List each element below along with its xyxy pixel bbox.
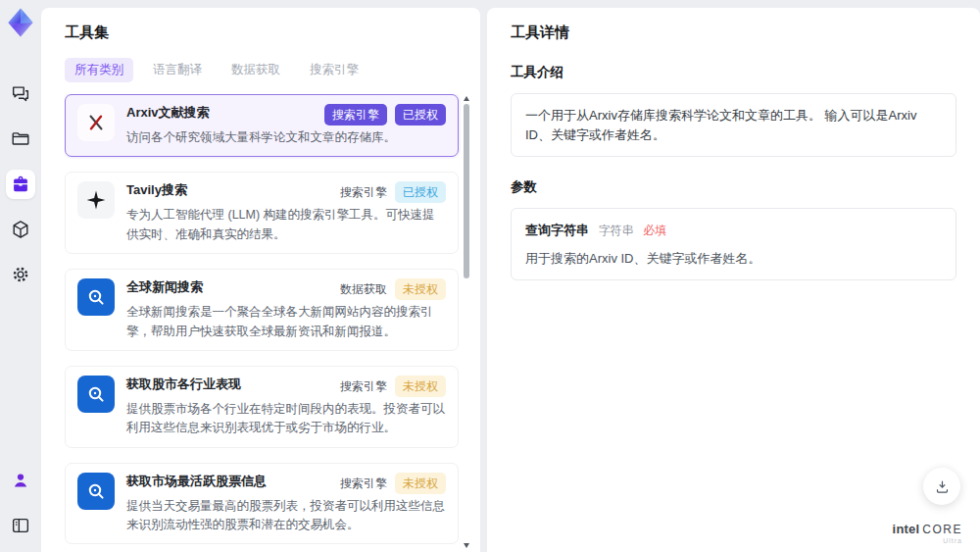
- tool-card-tavily[interactable]: Tavily搜索 搜索引擎 已授权 专为人工智能代理 (LLM) 构建的搜索引擎…: [65, 172, 459, 254]
- cube-icon: [10, 219, 31, 240]
- param-name: 查询字符串: [525, 223, 589, 237]
- nav-panel-toggle-button[interactable]: [6, 511, 35, 540]
- blue-search-icon: [77, 473, 115, 510]
- card-body: 获取市场最活跃股票信息 搜索引擎 未授权 提供当天交易量最高的股票列表，投资者可…: [126, 473, 446, 535]
- intro-box: 一个用于从Arxiv存储库搜索科学论文和文章的工具。 输入可以是Arxiv ID…: [511, 93, 956, 157]
- tool-card-stock-industry[interactable]: 获取股市各行业表现 搜索引擎 未授权 提供股票市场各个行业在特定时间段内的表现。…: [65, 366, 459, 448]
- tool-description: 提供股票市场各个行业在特定时间段内的表现。投资者可以利用这些信息来识别表现优于或…: [126, 400, 446, 438]
- intro-text: 一个用于从Arxiv存储库搜索科学论文和文章的工具。 输入可以是Arxiv ID…: [525, 108, 916, 142]
- status-badge: 未授权: [395, 278, 446, 300]
- category-label: 数据获取: [340, 278, 387, 300]
- tool-description: 提供当天交易量最高的股票列表，投资者可以利用这些信息来识别流动性强的股票和潜在的…: [126, 497, 446, 535]
- tool-detail-panel: 工具详情 工具介绍 一个用于从Arxiv存储库搜索科学论文和文章的工具。 输入可…: [487, 8, 980, 552]
- panel-layout-icon: [10, 515, 31, 536]
- param-header: 查询字符串 字符串 必填: [525, 221, 942, 240]
- tool-card-active-stocks[interactable]: 获取市场最活跃股票信息 搜索引擎 未授权 提供当天交易量最高的股票列表，投资者可…: [65, 463, 459, 545]
- scrollbar: [463, 94, 470, 552]
- tool-card-arxiv[interactable]: Arxiv文献搜索 搜索引擎 已授权 访问各个研究领域大量科学论文和文章的存储库…: [65, 94, 459, 157]
- folder-icon: [10, 128, 31, 150]
- app-logo: [3, 5, 38, 40]
- param-box: 查询字符串 字符串 必填 用于搜索的Arxiv ID、关键字或作者姓名。: [511, 208, 956, 280]
- tab-data-acquisition[interactable]: 数据获取: [221, 58, 290, 82]
- toolbox-icon: [10, 174, 31, 195]
- card-body: 全球新闻搜索 数据获取 未授权 全球新闻搜索是一个聚合全球各大新闻网站内容的搜索…: [126, 278, 446, 341]
- param-required-badge: 必填: [643, 224, 666, 237]
- card-body: Arxiv文献搜索 搜索引擎 已授权 访问各个研究领域大量科学论文和文章的存储库…: [126, 104, 446, 147]
- badges: 搜索引擎 未授权: [332, 473, 446, 494]
- tab-all-categories[interactable]: 所有类别: [65, 58, 133, 82]
- tool-name: Arxiv文献搜索: [126, 104, 210, 123]
- content-area: 工具集 所有类别 语言翻译 数据获取 搜索引擎 Arxiv文献搜索: [41, 0, 980, 552]
- category-label: 搜索引擎: [340, 181, 387, 203]
- status-badge: 未授权: [395, 473, 446, 494]
- badges: 搜索引擎 已授权: [332, 181, 446, 203]
- card-head: Tavily搜索 搜索引擎 已授权: [126, 181, 446, 203]
- brand-intel: intel: [893, 522, 920, 536]
- category-label: 搜索引擎: [340, 473, 387, 494]
- card-head: 获取股市各行业表现 搜索引擎 未授权: [126, 376, 446, 397]
- download-icon: [934, 478, 951, 495]
- card-body: Tavily搜索 搜索引擎 已授权 专为人工智能代理 (LLM) 构建的搜索引擎…: [126, 181, 446, 244]
- diamond-logo-icon: [3, 5, 38, 40]
- tool-list-panel: 工具集 所有类别 语言翻译 数据获取 搜索引擎 Arxiv文献搜索: [41, 8, 480, 552]
- tool-name: 全球新闻搜索: [126, 278, 203, 297]
- brand-core: CORE: [922, 523, 962, 536]
- category-tabs: 所有类别 语言翻译 数据获取 搜索引擎: [65, 58, 470, 82]
- card-body: 获取股市各行业表现 搜索引擎 未授权 提供股票市场各个行业在特定时间段内的表现。…: [126, 376, 446, 438]
- card-head: Arxiv文献搜索 搜索引擎 已授权: [126, 104, 446, 125]
- blue-search-icon: [77, 278, 115, 316]
- nav-packages-button[interactable]: [6, 215, 35, 244]
- nav-chat-button[interactable]: [6, 79, 35, 109]
- tab-language-translation[interactable]: 语言翻译: [143, 58, 212, 82]
- page-title: 工具集: [65, 24, 470, 42]
- tab-search-engine[interactable]: 搜索引擎: [300, 58, 368, 82]
- intro-heading: 工具介绍: [511, 64, 956, 81]
- badges: 搜索引擎 未授权: [332, 376, 446, 397]
- nav-toolbox-button[interactable]: [6, 170, 35, 199]
- status-badge: 已授权: [395, 181, 446, 203]
- detail-title: 工具详情: [511, 24, 956, 42]
- tool-card-global-news[interactable]: 全球新闻搜索 数据获取 未授权 全球新闻搜索是一个聚合全球各大新闻网站内容的搜索…: [65, 269, 459, 351]
- badges: 数据获取 未授权: [332, 278, 446, 300]
- left-icon-rail: [0, 0, 41, 552]
- tool-description: 全球新闻搜索是一个聚合全球各大新闻网站内容的搜索引擎，帮助用户快速获取全球最新资…: [126, 303, 446, 341]
- params-heading: 参数: [511, 178, 956, 196]
- intel-core-logo: intelCORE Ultra: [893, 523, 962, 544]
- tool-name: 获取市场最活跃股票信息: [126, 473, 267, 491]
- blue-search-icon: [77, 376, 115, 413]
- nav-files-button[interactable]: [6, 125, 35, 154]
- tool-name: Tavily搜索: [126, 181, 187, 200]
- category-label: 搜索引擎: [340, 376, 387, 397]
- tool-description: 专为人工智能代理 (LLM) 构建的搜索引擎工具。可快速提供实时、准确和真实的结…: [126, 206, 446, 244]
- nav-settings-button[interactable]: [6, 260, 35, 289]
- user-icon: [10, 470, 31, 491]
- badges: 搜索引擎 已授权: [317, 104, 446, 125]
- brand-ultra: Ultra: [893, 537, 962, 544]
- scroll-down-arrow-icon[interactable]: [464, 543, 469, 548]
- scroll-up-arrow-icon[interactable]: [464, 96, 469, 101]
- arxiv-icon: [77, 104, 115, 141]
- download-button[interactable]: [923, 468, 960, 505]
- param-type: 字符串: [599, 224, 634, 237]
- status-badge: 未授权: [395, 376, 446, 397]
- card-head: 获取市场最活跃股票信息 搜索引擎 未授权: [126, 473, 446, 494]
- nav-account-button[interactable]: [6, 466, 35, 495]
- gear-icon: [10, 264, 31, 285]
- tavily-star-icon: [77, 181, 115, 219]
- status-badge: 已授权: [395, 104, 446, 125]
- tool-list: Arxiv文献搜索 搜索引擎 已授权 访问各个研究领域大量科学论文和文章的存储库…: [65, 94, 470, 552]
- tool-description: 访问各个研究领域大量科学论文和文章的存储库。: [126, 128, 446, 147]
- tool-name: 获取股市各行业表现: [126, 376, 241, 394]
- chat-icon: [10, 83, 31, 105]
- card-head: 全球新闻搜索 数据获取 未授权: [126, 278, 446, 300]
- category-badge: 搜索引擎: [324, 104, 387, 125]
- param-description: 用于搜索的Arxiv ID、关键字或作者姓名。: [525, 249, 942, 269]
- scrollbar-thumb[interactable]: [464, 104, 469, 278]
